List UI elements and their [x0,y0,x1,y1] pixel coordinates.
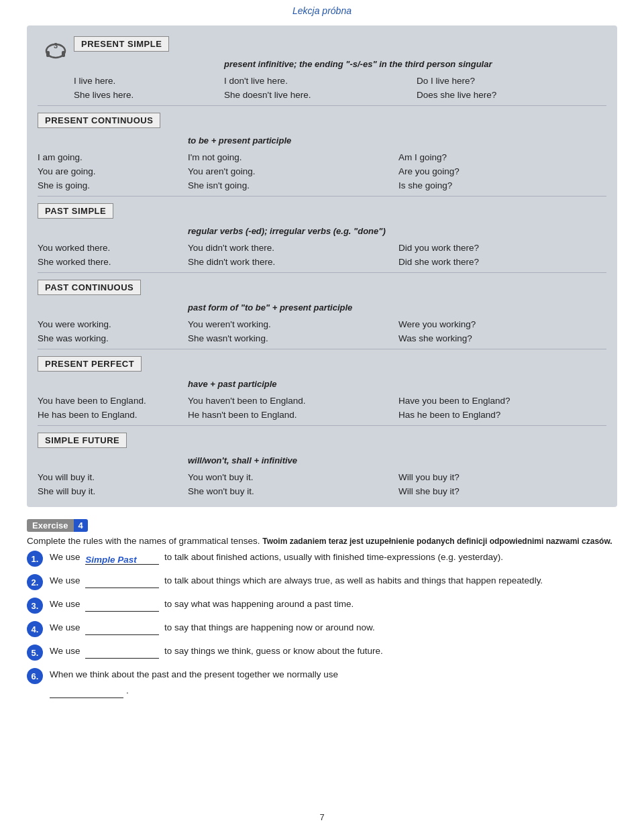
present-simple-block: PRESENT SIMPLE present infinitive; the e… [74,34,606,105]
presperfect-q1: Have you been to England? [398,394,606,407]
pc-aff3: She is going. [38,179,185,192]
present-continuous-formula: to be + present participle [188,133,606,150]
answer-6[interactable] [50,686,123,698]
exercise-label: Exercise [27,519,74,532]
pastsimple-q2: Did she work there? [398,256,606,268]
item-text-2: We use to talk about things which are al… [50,573,617,588]
item-number-5: 5. [27,645,43,661]
pastcont-aff2: She was working. [38,332,185,345]
page-number: 7 [0,805,644,825]
pastcont-q1: Were you working? [398,318,606,331]
item-number-3: 3. [27,598,43,614]
present-continuous-block: PRESENT CONTINUOUS to be + present parti… [38,105,606,196]
tense-label-present-simple: PRESENT SIMPLE [74,36,169,52]
presperfect-row1: You have been to England. You haven't be… [38,394,606,407]
pastcont-row2: She was working. She wasn't working. Was… [38,332,606,345]
presperfect-neg1: You haven't been to England. [188,394,396,407]
presperfect-row2: He has been to England. He hasn't been t… [38,408,606,421]
ps-aff2: She lives here. [74,89,221,101]
past-simple-formula-row: regular verbs (-ed); irregular verbs (e.… [38,224,606,240]
pastcont-row1: You were working. You weren't working. W… [38,318,606,331]
present-perfect-formula-row: have + past participle [38,377,606,393]
pc-neg2: You aren't going. [188,165,396,178]
pc-row1: I am going. I'm not going. Am I going? [38,151,606,164]
simplefuture-aff2: She will buy it. [38,485,185,498]
pc-neg1: I'm not going. [188,151,396,164]
tense-label-present-perfect: PRESENT PERFECT [38,356,142,372]
exercise-instruction-polish: Twoim zadaniem teraz jest uzupełnienie p… [262,537,612,546]
past-simple-block: PAST SIMPLE regular verbs (-ed); irregul… [38,196,606,272]
item-text-5: We use to say things we think, guess or … [50,644,617,659]
simplefuture-row2: She will buy it. She won't buy it. Will … [38,485,606,498]
past-continuous-formula: past form of "to be" + present participl… [188,300,606,317]
pastsimple-aff1: You worked there. [38,241,185,254]
answer-5[interactable] [85,647,159,659]
simple-future-formula: will/won't, shall + infinitive [188,453,606,469]
pastcont-q2: Was she working? [398,332,606,345]
simplefuture-neg2: She won't buy it. [188,485,396,498]
ps-q1: Do I live here? [417,74,606,87]
ps-neg1: I don't live here. [224,74,414,87]
presperfect-aff1: You have been to England. [38,394,185,407]
svg-rect-2 [46,51,50,57]
item-number-2: 2. [27,574,43,590]
presperfect-neg2: He hasn't been to England. [188,408,396,421]
tense-label-past-simple: PAST SIMPLE [38,203,113,219]
pastsimple-row2: She worked there. She didn't work there.… [38,256,606,268]
item-number-6: 6. [27,668,43,684]
present-perfect-formula: have + past participle [188,377,606,393]
pc-q2: Are you going? [398,165,606,178]
ps-neg2: She doesn't live here. [224,89,414,101]
pc-aff2: You are going. [38,165,185,178]
exercise-item-1: 1. We use Simple Past to talk about fini… [27,550,617,567]
pastsimple-aff2: She worked there. [38,256,185,268]
svg-text:3: 3 [54,42,58,50]
header-title: Lekcja próbna [292,5,352,16]
present-simple-formula: present infinitive; the ending "-s/-es" … [224,57,606,73]
present-simple-row2: She lives here. She doesn't live here. D… [74,89,606,101]
pc-q3: Is she going? [398,179,606,192]
exercise-item-6: 6. When we think about the past and the … [27,667,617,698]
answer-3[interactable] [85,600,159,612]
present-perfect-block: PRESENT PERFECT have + past participle Y… [38,349,606,425]
exercise-instruction: Complete the rules with the names of gra… [27,536,617,546]
exercise-number: 4 [74,519,88,532]
exercise-header: Exercise 4 [27,519,617,532]
simplefuture-aff1: You will buy it. [38,471,185,484]
tense-label-simple-future: SIMPLE FUTURE [38,433,127,448]
pc-row3: She is going. She isn't going. Is she go… [38,179,606,192]
pc-row2: You are going. You aren't going. Are you… [38,165,606,178]
simplefuture-q2: Will she buy it? [398,485,606,498]
ps-aff1: I live here. [74,74,221,87]
simple-future-formula-row: will/won't, shall + infinitive [38,453,606,469]
pastcont-aff1: You were working. [38,318,185,331]
pc-neg3: She isn't going. [188,179,396,192]
simple-future-block: SIMPLE FUTURE will/won't, shall + infini… [38,425,606,502]
simplefuture-row1: You will buy it. You won't buy it. Will … [38,471,606,484]
svg-rect-3 [62,51,65,57]
simplefuture-neg1: You won't buy it. [188,471,396,484]
ps-q2: Does she live here? [417,89,606,101]
exercise-item-5: 5. We use to say things we think, guess … [27,644,617,661]
tense-label-past-continuous: PAST CONTINUOUS [38,280,141,295]
pastcont-neg2: She wasn't working. [188,332,396,345]
answer-1[interactable]: Simple Past [85,553,159,565]
item-text-4: We use to say that things are happening … [50,620,617,635]
past-simple-formula: regular verbs (-ed); irregular verbs (e.… [188,224,606,240]
item-text-6: When we think about the past and the pre… [50,667,617,698]
headphone-row: 3 PRESENT SIMPLE present infinitive; the… [38,34,606,105]
exercise-items: 1. We use Simple Past to talk about fini… [27,550,617,698]
answer-4[interactable] [85,623,159,635]
simplefuture-q1: Will you buy it? [398,471,606,484]
item-number-4: 4. [27,621,43,637]
pc-q1: Am I going? [398,151,606,164]
exercise-item-4: 4. We use to say that things are happeni… [27,620,617,637]
past-continuous-formula-row: past form of "to be" + present participl… [38,300,606,317]
answer-2[interactable] [85,576,159,588]
pastsimple-neg1: You didn't work there. [188,241,396,254]
item-text-1: We use Simple Past to talk about finishe… [50,550,617,565]
present-continuous-formula-row: to be + present participle [38,133,606,150]
presperfect-q2: Has he been to England? [398,408,606,421]
pc-aff1: I am going. [38,151,185,164]
exercise-section: Exercise 4 Complete the rules with the n… [27,519,617,712]
